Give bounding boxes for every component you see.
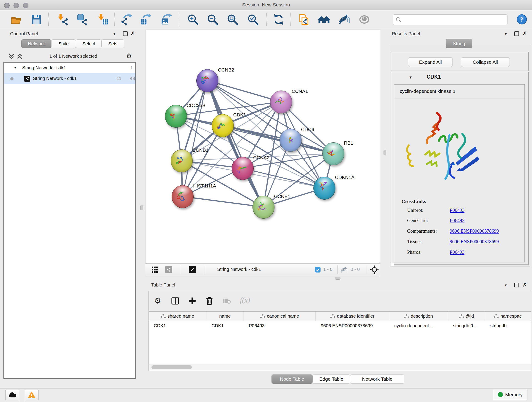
tab-edge-table[interactable]: Edge Table	[312, 375, 350, 384]
import-network-file-icon[interactable]	[56, 13, 68, 26]
table-panel-menu-icon[interactable]: ▼	[504, 283, 507, 287]
node-hist1h1a[interactable]	[172, 185, 194, 208]
table-cell[interactable]: stringdb:9...	[448, 321, 485, 330]
control-panel-float-icon[interactable]	[123, 32, 128, 36]
results-tab-string[interactable]: String	[446, 39, 472, 48]
open-session-icon[interactable]	[10, 13, 22, 26]
add-column-icon[interactable]	[188, 297, 196, 305]
warning-button[interactable]	[25, 390, 38, 400]
zoom-fit-icon[interactable]	[227, 13, 239, 26]
zoom-selected-icon[interactable]	[247, 13, 259, 26]
expand-all-icon[interactable]	[17, 53, 23, 60]
node-ccna2[interactable]	[232, 157, 254, 180]
control-panel-close-icon[interactable]: ✗	[131, 31, 135, 36]
zoom-out-icon[interactable]	[207, 13, 219, 26]
memory-button[interactable]: Memory	[493, 389, 527, 400]
column-header-1[interactable]: shared name	[149, 312, 206, 321]
crosslink-link[interactable]: P06493	[450, 249, 464, 255]
grid-view-icon[interactable]	[152, 267, 158, 273]
table-cell[interactable]: CDK1	[206, 321, 244, 330]
fit-selected-crosshair-icon[interactable]	[370, 265, 379, 274]
search-box[interactable]	[393, 14, 507, 25]
export-table-icon[interactable]	[140, 13, 152, 26]
node-ccnb2[interactable]	[196, 69, 218, 92]
table-panel-float-icon[interactable]	[514, 283, 519, 287]
cloud-button[interactable]	[6, 390, 19, 400]
scrollbar-thumb[interactable]	[152, 365, 192, 369]
right-splitter-handle[interactable]	[384, 150, 386, 155]
horizontal-scrollbar[interactable]	[149, 364, 531, 370]
column-header-6[interactable]: @id	[448, 312, 485, 321]
tab-style[interactable]: Style	[51, 39, 76, 48]
tab-node-table[interactable]: Node Table	[272, 375, 312, 384]
tab-select[interactable]: Select	[76, 39, 101, 48]
show-columns-icon[interactable]	[171, 297, 179, 305]
left-splitter-handle[interactable]	[140, 205, 143, 211]
expand-all-button[interactable]: Expand All	[408, 57, 453, 67]
table-cell[interactable]: CDK1	[149, 321, 206, 330]
search-input[interactable]	[403, 16, 505, 23]
node-cdc6[interactable]	[279, 129, 302, 152]
table-gear-icon[interactable]: ⚙	[154, 297, 161, 305]
export-image-icon[interactable]	[160, 13, 172, 26]
import-network-database-icon[interactable]	[76, 13, 88, 26]
delete-column-icon[interactable]	[205, 296, 214, 306]
table-cell[interactable]: P06493	[244, 321, 316, 330]
node-ccnb1[interactable]	[171, 149, 193, 172]
results-panel-menu-icon[interactable]: ▼	[504, 32, 507, 36]
node-rb1[interactable]	[322, 142, 344, 165]
control-panel-menu-icon[interactable]: ▼	[113, 32, 116, 36]
column-header-7[interactable]: namespac	[485, 312, 530, 321]
network-collection-row[interactable]: ▼ String Network - cdk1 1	[4, 63, 135, 73]
table-cell[interactable]: cyclin-dependent ...	[389, 321, 448, 330]
houses-icon[interactable]	[318, 13, 330, 26]
crosslink-link[interactable]: P06493	[450, 218, 464, 223]
column-type-icon	[161, 314, 166, 318]
column-header-3[interactable]: canonical name	[244, 312, 316, 321]
bottom-splitter-handle[interactable]	[335, 277, 341, 280]
table-row[interactable]: CDK1CDK1P064939606.ENSP00000378699cyclin…	[149, 321, 531, 330]
crosslink-link[interactable]: 9606.ENSP00000378699	[450, 228, 499, 234]
export-network-icon[interactable]	[121, 13, 133, 26]
hide-selected-eye-icon[interactable]	[338, 13, 350, 26]
node-cdk1[interactable]	[212, 114, 234, 137]
tab-sets[interactable]: Sets	[101, 39, 124, 48]
collapse-all-button[interactable]: Collapse All	[461, 57, 510, 67]
tab-network[interactable]: Network	[21, 39, 51, 48]
crosslink-link[interactable]: P06493	[450, 207, 464, 213]
network-canvas[interactable]: CCNB2CCNA1CDC25BCDK1CDC6RB1CCNB1CCNA2CDK…	[145, 30, 381, 264]
tab-network-table[interactable]: Network Table	[350, 375, 404, 384]
node-cdc25b[interactable]	[165, 105, 187, 128]
edge[interactable]	[182, 196, 263, 207]
collapse-all-icon[interactable]	[8, 53, 15, 60]
column-header-5[interactable]: description	[389, 312, 448, 321]
node-ccna1[interactable]	[270, 90, 292, 114]
help-icon[interactable]: ?	[516, 14, 527, 25]
table-panel-close-icon[interactable]: ✗	[523, 282, 527, 287]
column-header-4[interactable]: database identifier	[316, 312, 389, 321]
node-cdkn1a[interactable]	[313, 177, 336, 200]
refresh-icon[interactable]	[273, 13, 285, 26]
crosslink-link[interactable]: 9606.ENSP00000378699	[450, 239, 499, 245]
table-cell[interactable]: stringdb	[485, 321, 530, 330]
edge[interactable]	[182, 80, 207, 196]
table-cell[interactable]: 9606.ENSP00000378699	[316, 321, 389, 330]
column-header-2[interactable]: name	[206, 312, 244, 321]
collapse-triangle-icon[interactable]: ▼	[13, 65, 17, 70]
node-ccne1[interactable]	[253, 196, 274, 219]
network-row[interactable]: String Network - cdk1 11 48	[4, 73, 135, 84]
network-panel-gear-icon[interactable]: ⚙	[126, 53, 132, 59]
birdseye-view-icon[interactable]	[189, 266, 196, 273]
clone-network-icon[interactable]	[298, 13, 310, 26]
save-session-icon[interactable]	[31, 13, 42, 26]
table-header-row[interactable]: shared namenamecanonical namedatabase id…	[149, 312, 531, 321]
selected-checkbox-icon[interactable]	[315, 267, 321, 273]
zoom-in-icon[interactable]	[187, 13, 199, 26]
import-table-icon[interactable]	[97, 13, 109, 26]
edge[interactable]	[222, 125, 333, 153]
section-collapse-triangle-icon[interactable]: ▼	[409, 75, 412, 80]
network-share-view-icon[interactable]	[165, 266, 172, 273]
results-panel-close-icon[interactable]: ✗	[523, 31, 527, 36]
results-panel-float-icon[interactable]	[514, 32, 519, 36]
edge[interactable]	[207, 80, 281, 102]
